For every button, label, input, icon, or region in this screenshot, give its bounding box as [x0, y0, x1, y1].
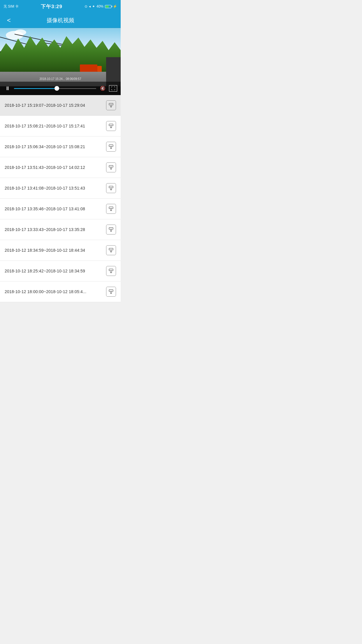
status-indicators: ⊙ ◂ ✦ 40% ⚡: [85, 4, 117, 8]
video-list-item[interactable]: 2018-10-17 15:08:21~2018-10-17 15:17:41: [0, 116, 121, 136]
download-button[interactable]: [106, 266, 116, 276]
video-item-timerange: 2018-10-17 13:51:43~2018-10-17 14:02:12: [5, 165, 85, 170]
video-list-item[interactable]: 2018-10-17 13:51:43~2018-10-17 14:02:12: [0, 157, 121, 178]
video-list-item[interactable]: 2018-10-17 15:19:07~2018-10-17 15:29:04: [0, 95, 121, 116]
clock: 下午3:29: [41, 3, 62, 10]
video-timestamp: 2018-10-17 15:24... 08:06/09:57: [40, 77, 81, 80]
back-button[interactable]: <: [5, 14, 13, 27]
video-item-timerange: 2018-10-17 13:41:08~2018-10-17 13:51:43: [5, 186, 85, 190]
timecode-text: 08:06/09:57: [66, 77, 81, 80]
charging-icon: ⚡: [113, 4, 117, 8]
progress-bar[interactable]: [14, 88, 96, 89]
status-bar: 无 SIM 卡 下午3:29 ⊙ ◂ ✦ 40% ⚡: [0, 0, 121, 13]
timestamp-text: 2018-10-17 15:24...: [40, 77, 65, 80]
download-button[interactable]: [106, 142, 116, 152]
video-item-timerange: 2018-10-17 15:08:21~2018-10-17 15:17:41: [5, 124, 85, 128]
download-icon: [108, 248, 114, 253]
video-item-timerange: 2018-10-17 13:35:46~2018-10-17 13:41:08: [5, 206, 85, 211]
pause-button[interactable]: ⏸: [3, 85, 12, 92]
video-item-timerange: 2018-10-17 15:06:34~2018-10-17 15:08:21: [5, 144, 85, 149]
carrier-label: 无 SIM 卡: [3, 4, 19, 9]
download-icon: [108, 289, 114, 294]
bluetooth-icon: ✦: [92, 4, 95, 8]
video-list-item[interactable]: 2018-10-17 13:35:46~2018-10-17 13:41:08: [0, 199, 121, 219]
video-controls: ⏸ 🔇 ⛶: [0, 82, 121, 95]
video-item-timerange: 2018-10-12 18:25:42~2018-10-12 18:34:59: [5, 269, 85, 273]
video-list-item[interactable]: 2018-10-12 18:34:59~2018-10-12 18:44:34: [0, 240, 121, 261]
location-icon: ◂: [89, 4, 91, 8]
volume-button[interactable]: 🔇: [99, 86, 107, 91]
video-list-item[interactable]: 2018-10-12 18:25:42~2018-10-12 18:34:59: [0, 261, 121, 281]
download-icon: [108, 165, 114, 170]
download-icon: [108, 123, 114, 129]
page-title: 摄像机视频: [47, 17, 74, 24]
download-icon: [108, 268, 114, 274]
video-item-timerange: 2018-10-12 18:00:00~2018-10-12 18:05:4..…: [5, 289, 86, 294]
fullscreen-button[interactable]: ⛶: [109, 85, 117, 92]
video-list-item[interactable]: 2018-10-17 15:06:34~2018-10-17 15:08:21: [0, 136, 121, 157]
video-list: 2018-10-17 15:19:07~2018-10-17 15:29:04 …: [0, 95, 121, 302]
download-button[interactable]: [106, 287, 116, 297]
truck: [80, 64, 97, 72]
video-item-timerange: 2018-10-17 13:33:43~2018-10-17 13:35:28: [5, 227, 85, 232]
download-icon: [108, 144, 114, 149]
video-item-timerange: 2018-10-12 18:34:59~2018-10-12 18:44:34: [5, 248, 85, 253]
download-icon: [108, 186, 114, 191]
video-list-item[interactable]: 2018-10-12 18:00:00~2018-10-12 18:05:4..…: [0, 281, 121, 302]
download-button[interactable]: [106, 183, 116, 193]
progress-thumb[interactable]: [55, 86, 59, 91]
video-list-item[interactable]: 2018-10-17 13:33:43~2018-10-17 13:35:28: [0, 219, 121, 240]
battery-icon: [105, 5, 111, 8]
download-button[interactable]: [106, 225, 116, 235]
download-button[interactable]: [106, 245, 116, 255]
download-icon: [108, 103, 114, 108]
progress-fill: [14, 88, 57, 89]
lock-icon: ⊙: [85, 4, 87, 8]
download-icon: [108, 206, 114, 211]
nav-bar: < 摄像机视频: [0, 13, 121, 28]
download-button[interactable]: [106, 204, 116, 214]
video-list-item[interactable]: 2018-10-17 13:41:08~2018-10-17 13:51:43: [0, 178, 121, 199]
download-icon: [108, 227, 114, 232]
battery-percent: 40%: [96, 4, 103, 8]
download-button[interactable]: [106, 100, 116, 110]
video-item-timerange: 2018-10-17 15:19:07~2018-10-17 15:29:04: [5, 103, 85, 108]
download-button[interactable]: [106, 121, 116, 131]
video-player[interactable]: 2018-10-17 15:24... 08:06/09:57 ⏸ 🔇 ⛶: [0, 28, 121, 95]
download-button[interactable]: [106, 162, 116, 172]
